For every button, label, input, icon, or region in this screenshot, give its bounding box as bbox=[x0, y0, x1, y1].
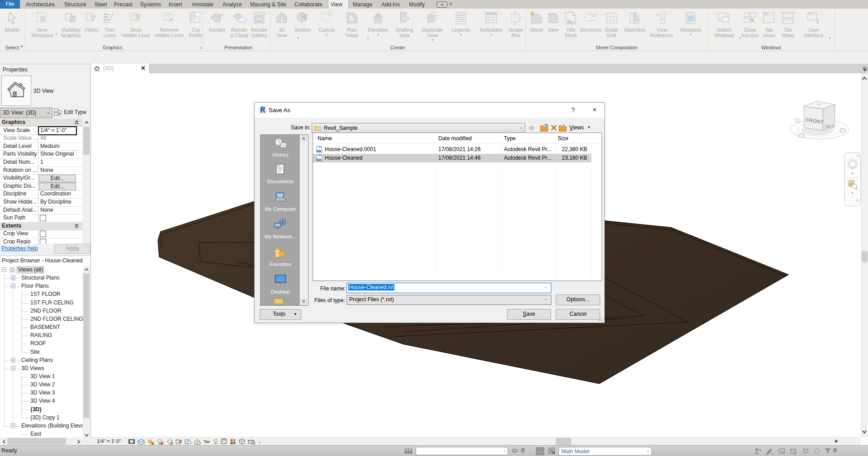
svg-text:RVT: RVT bbox=[317, 158, 321, 161]
svg-text:RVT: RVT bbox=[317, 150, 321, 152]
svg-text:RIGHT: RIGHT bbox=[825, 124, 835, 129]
svg-text:‹: ‹ bbox=[259, 439, 261, 445]
svg-text:1: 1 bbox=[661, 12, 664, 17]
